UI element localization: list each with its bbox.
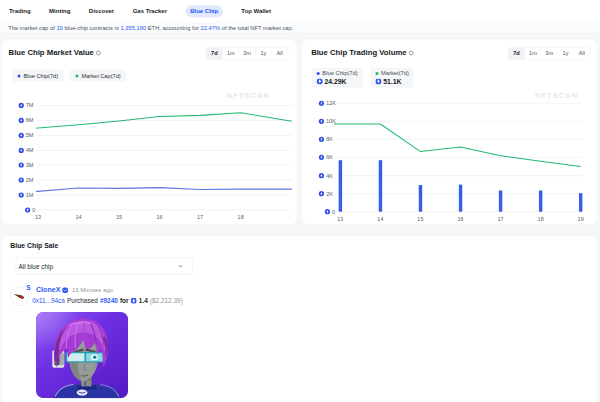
svg-text:17: 17 xyxy=(197,214,203,220)
svg-text:13: 13 xyxy=(337,216,343,222)
svg-text:15: 15 xyxy=(417,216,423,222)
svg-text:14: 14 xyxy=(377,216,383,222)
svg-text:5M: 5M xyxy=(26,132,34,138)
svg-text:7M: 7M xyxy=(26,102,34,108)
svg-text:10K: 10K xyxy=(326,118,336,124)
svg-text:13: 13 xyxy=(35,214,41,220)
svg-text:15: 15 xyxy=(116,214,122,220)
svg-text:16: 16 xyxy=(457,216,463,222)
svg-text:6K: 6K xyxy=(326,154,333,160)
svg-text:16: 16 xyxy=(156,214,162,220)
svg-text:17: 17 xyxy=(497,216,503,222)
svg-text:8K: 8K xyxy=(326,136,333,142)
svg-text:1M: 1M xyxy=(26,192,34,198)
svg-text:4M: 4M xyxy=(26,147,34,153)
svg-text:2M: 2M xyxy=(26,177,34,183)
svg-text:6M: 6M xyxy=(26,117,34,123)
svg-text:4K: 4K xyxy=(326,173,333,179)
svg-text:14: 14 xyxy=(75,214,81,220)
svg-text:0: 0 xyxy=(32,207,35,213)
svg-text:18: 18 xyxy=(538,216,544,222)
svg-text:18: 18 xyxy=(238,214,244,220)
svg-text:2K: 2K xyxy=(326,191,333,197)
svg-text:3M: 3M xyxy=(26,162,34,168)
svg-text:12K: 12K xyxy=(326,100,336,106)
svg-text:19: 19 xyxy=(578,216,584,222)
svg-text:0: 0 xyxy=(332,209,335,215)
